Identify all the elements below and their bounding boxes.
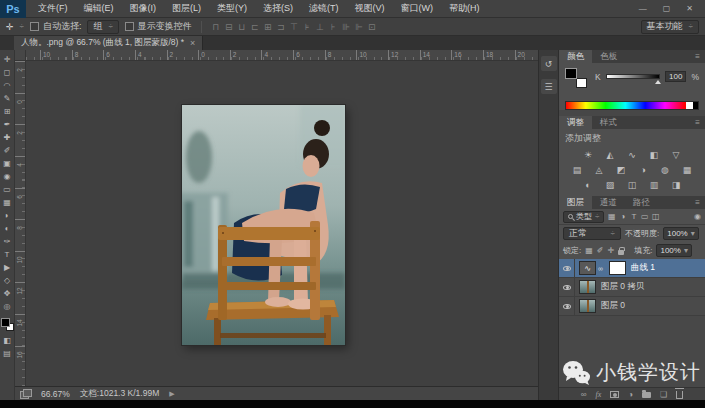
align-icon[interactable]: ⊏ <box>250 22 260 32</box>
lock-all-icon[interactable] <box>618 250 624 255</box>
menu-item[interactable]: 图像(I) <box>122 2 165 15</box>
screen-mode-icon[interactable]: ▤ <box>0 347 14 360</box>
minimize-icon[interactable]: — <box>639 4 647 13</box>
blend-mode-dropdown[interactable]: 正常 ÷ <box>563 227 621 240</box>
history-panel-icon[interactable]: ↺ <box>541 56 557 71</box>
new-group-icon[interactable] <box>642 392 651 398</box>
panel-menu-icon[interactable]: ≡ <box>695 196 705 209</box>
add-layer-mask-icon[interactable] <box>610 391 619 398</box>
tab-channels[interactable]: 通道 <box>592 196 625 209</box>
layer-filter-icon[interactable]: ◑ <box>617 212 628 221</box>
menu-item[interactable]: 视图(V) <box>347 2 393 15</box>
background-color-swatch[interactable] <box>576 78 587 88</box>
properties-panel-icon[interactable]: ☰ <box>541 79 557 94</box>
tab-swatches[interactable]: 色板 <box>592 50 625 63</box>
mini-bridge-icon[interactable] <box>20 389 31 398</box>
layer-name[interactable]: 图层 0 拷贝 <box>601 281 644 293</box>
maximize-icon[interactable]: ▢ <box>663 4 671 13</box>
panel-menu-icon[interactable]: ≡ <box>695 50 705 63</box>
visibility-cell[interactable] <box>559 278 575 296</box>
layer-thumbnail[interactable] <box>579 280 596 294</box>
adjustment-icon[interactable]: ∿ <box>624 148 641 161</box>
vertical-ruler[interactable]: 20246810121416 <box>15 61 26 386</box>
visibility-cell[interactable] <box>559 297 575 315</box>
adjustment-icon[interactable]: ▤ <box>569 163 586 176</box>
align-icon[interactable]: ⊩ <box>354 22 364 32</box>
path-selection-tool[interactable]: ▶ <box>0 261 14 274</box>
tab-close-icon[interactable]: × <box>190 38 195 48</box>
document-tab[interactable]: 人物。.png @ 66.7% (曲线 1, 图层蒙版/8) * × <box>14 36 203 50</box>
adjustment-icon[interactable]: ◬ <box>591 163 608 176</box>
move-tool[interactable]: ✛ <box>0 53 14 66</box>
adjustment-icon[interactable]: ◨ <box>668 178 685 191</box>
link-layers-icon[interactable]: ∞ <box>581 390 587 399</box>
layer-row-copy[interactable]: 图层 0 拷贝 <box>559 278 705 297</box>
adjustment-icon[interactable]: ◫ <box>624 178 641 191</box>
align-icon[interactable]: ⊧ <box>302 22 312 32</box>
curves-thumbnail[interactable]: ∿ <box>579 261 596 275</box>
layer-filter-dropdown[interactable]: 类型 ÷ <box>563 211 604 223</box>
menu-item[interactable]: 图层(L) <box>164 2 209 15</box>
tool-preset-arrow-icon[interactable]: ÷ <box>20 22 24 31</box>
ruler-origin-corner[interactable] <box>15 50 26 61</box>
history-brush-tool[interactable]: ◉ <box>0 170 14 183</box>
new-layer-icon[interactable]: ❏ <box>660 390 667 399</box>
k-channel-value[interactable]: 100 <box>665 71 686 82</box>
adjustment-icon[interactable]: ▥ <box>646 178 663 191</box>
menu-item[interactable]: 滤镜(T) <box>301 2 347 15</box>
zoom-tool[interactable]: ◎ <box>0 300 14 313</box>
layer-name[interactable]: 曲线 1 <box>631 262 655 274</box>
visibility-cell[interactable] <box>559 259 575 277</box>
quick-selection-tool[interactable]: ✎ <box>0 92 14 105</box>
status-options-arrow-icon[interactable]: ▶ <box>169 390 174 398</box>
gradient-tool[interactable]: ▦ <box>0 196 14 209</box>
layer-filter-icon[interactable]: ◫ <box>650 212 661 221</box>
marquee-tool[interactable]: ◻ <box>0 66 14 79</box>
tab-paths[interactable]: 路径 <box>625 196 658 209</box>
layer-thumbnail[interactable] <box>579 299 596 313</box>
pen-tool[interactable]: ✑ <box>0 235 14 248</box>
layer-mask-thumbnail[interactable] <box>609 261 626 275</box>
lasso-tool[interactable]: ◠ <box>0 79 14 92</box>
crop-tool[interactable]: ⊞ <box>0 105 14 118</box>
fill-field[interactable]: 100% ▾ <box>656 244 691 257</box>
opacity-field[interactable]: 100% ▾ <box>663 227 698 240</box>
adjustment-icon[interactable]: ◑ <box>635 163 652 176</box>
lock-option-icon[interactable]: ✛ <box>608 246 615 255</box>
layer-filter-icon[interactable]: ▦ <box>606 212 617 221</box>
adjustment-icon[interactable]: ◩ <box>613 163 630 176</box>
menu-item[interactable]: 文件(F) <box>30 2 76 15</box>
lock-option-icon[interactable]: ✐ <box>597 246 604 255</box>
quick-mask-icon[interactable]: ◧ <box>0 334 14 347</box>
adjustment-icon[interactable]: ◧ <box>646 148 663 161</box>
document-image[interactable] <box>182 105 345 345</box>
foreground-color-swatch[interactable] <box>1 318 10 327</box>
adjustment-icon[interactable]: ☀ <box>580 148 597 161</box>
link-mask-icon[interactable]: ∞ <box>598 265 603 272</box>
menu-item[interactable]: 选择(S) <box>255 2 301 15</box>
layer-name[interactable]: 图层 0 <box>601 300 625 312</box>
auto-select-checkbox[interactable]: 自动选择: <box>30 20 82 33</box>
align-icon[interactable]: ⊤ <box>289 22 299 32</box>
foreground-background-swatches[interactable] <box>1 318 14 331</box>
eraser-tool[interactable]: ▭ <box>0 183 14 196</box>
align-icon[interactable]: ⊞ <box>263 22 273 32</box>
layer-row-curves[interactable]: ∿ ∞ 曲线 1 <box>559 259 705 278</box>
auto-select-dropdown[interactable]: 组 ÷ <box>87 20 118 34</box>
menu-item[interactable]: 编辑(E) <box>76 2 122 15</box>
adjustment-icon[interactable]: ◭ <box>602 148 619 161</box>
tab-adjustments[interactable]: 调整 <box>559 116 592 129</box>
align-icon[interactable]: ⊦ <box>328 22 338 32</box>
shape-tool[interactable]: ◇ <box>0 274 14 287</box>
panel-menu-icon[interactable]: ≡ <box>695 116 705 129</box>
align-icon[interactable]: ⊪ <box>341 22 351 32</box>
align-icon[interactable]: ⊡ <box>367 22 377 32</box>
lock-option-icon[interactable]: ▦ <box>585 246 593 255</box>
zoom-level-field[interactable]: 66.67% <box>41 389 70 399</box>
layer-effects-icon[interactable]: fx <box>595 390 601 399</box>
tab-color[interactable]: 颜色 <box>559 50 592 63</box>
close-icon[interactable]: ✕ <box>686 4 693 13</box>
adjustment-icon[interactable]: ▨ <box>602 178 619 191</box>
align-icon[interactable]: ⊔ <box>237 22 247 32</box>
tab-layers[interactable]: 图层 <box>559 196 592 209</box>
